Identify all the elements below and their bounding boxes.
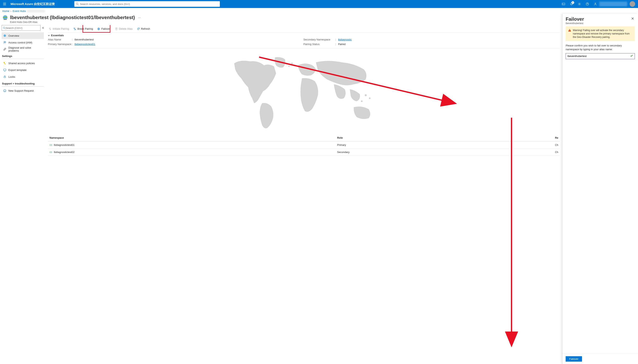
failover-submit-button[interactable]: Failover [566,356,582,362]
globe-sync-icon [97,28,100,30]
svg-point-5 [595,3,596,4]
key-icon [3,62,7,65]
more-icon[interactable]: ⋯ [137,16,142,19]
sidebar-item-iam[interactable]: Access control (IAM) [2,39,44,46]
essentials-secondary-link[interactable]: lbdiagnostic [338,38,560,41]
globe-icon [3,15,8,20]
svg-point-19 [369,98,371,99]
trash-icon [115,28,118,30]
breadcrumb: Home › Event Hubs [0,8,638,14]
svg-rect-14 [4,69,6,71]
initiate-pairing-button: Initiate Pairing [48,26,70,31]
svg-point-18 [365,94,367,96]
warning-text: Warning! Failing over will activate the … [573,29,632,39]
global-search[interactable] [74,1,220,7]
namespace-icon [50,151,52,154]
break-pairing-button[interactable]: Break Pairing [73,26,94,31]
sidebar-item-label: Overview [8,34,19,37]
sidebar-item-label: Access control (IAM) [8,41,32,44]
svg-point-21 [291,62,293,64]
chevron-down-icon [48,34,50,36]
breadcrumb-redacted [27,10,45,12]
wrench-icon [3,48,7,51]
sidebar-item-export-template[interactable]: Export template [2,66,44,73]
page-title: lbeventhubertest (lbdiagnostictest01/lbe… [10,15,135,20]
panel-title: Failover [566,16,584,22]
warning-icon [568,29,571,39]
sidebar-item-diagnose[interactable]: Diagnose and solve problems [2,46,44,52]
check-icon [630,54,633,58]
svg-rect-2 [562,3,565,5]
main-content: Initiate Pairing Break Pairing Failover … [46,25,562,364]
breadcrumb-eventhubs[interactable]: Event Hubs [13,10,26,12]
table-row[interactable]: lbdiagnostictest02 Secondary Ch [48,149,560,156]
sidebar-item-shared-access-policies[interactable]: Shared access policies [2,60,44,66]
essentials-toggle[interactable]: Essentials [48,34,560,37]
sidebar: Overview Access control (IAM) Diagnose a… [0,25,46,364]
world-map [48,52,560,131]
feedback-icon[interactable] [591,0,599,8]
breadcrumb-home[interactable]: Home [3,10,9,12]
sidebar-search-input[interactable] [6,26,39,30]
table-header-namespace[interactable]: Namespace [48,134,335,142]
essentials-secondary-label: Secondary Namespace [303,38,335,41]
avatar[interactable] [628,0,636,8]
essentials-primary-link[interactable]: lbdiagnostictest01 [75,43,303,46]
brand-label[interactable]: Microsoft Azure 由世纪互联运营 [9,2,57,6]
table-header-role[interactable]: Role [335,134,494,142]
table-row[interactable]: lbdiagnostictest01 Primary Ch [48,142,560,149]
sidebar-item-label: Export template [8,68,27,72]
delete-alias-button: Delete Alias [114,26,134,31]
top-header: Microsoft Azure 由世纪互联运营 1 [0,0,638,8]
refresh-button[interactable]: Refresh [136,26,151,31]
svg-point-20 [361,100,363,102]
account-info[interactable] [599,2,627,6]
sidebar-item-new-support-request[interactable]: New Support Request [2,87,44,94]
link-icon [49,28,52,30]
table-header-region[interactable]: Re [494,134,560,142]
svg-line-9 [5,28,6,29]
collapse-sidebar-icon[interactable] [42,26,44,30]
essentials-alias-value: lbeventhubertest [75,38,303,41]
sidebar-item-label: New Support Request [8,89,34,92]
failover-panel: Failover lbeventhubertest Warning! Faili… [562,14,638,364]
svg-rect-15 [4,76,6,78]
essentials-primary-label: Primary Namespace [48,43,72,46]
confirm-input-wrap[interactable] [566,53,635,59]
help-icon[interactable] [583,0,591,8]
people-icon [3,41,7,44]
sidebar-item-overview[interactable]: Overview [2,32,44,39]
notifications-icon[interactable]: 1 [567,0,575,8]
panel-subtitle: lbeventhubertest [566,22,584,25]
svg-line-1 [78,4,79,5]
search-icon [3,27,6,29]
essentials-pairing-value: Paired [338,43,560,46]
cloud-shell-icon[interactable] [559,0,567,8]
lock-icon [3,75,7,78]
sidebar-item-locks[interactable]: Locks [2,73,44,80]
essentials-pairing-label: Pairing Status [303,43,335,46]
sidebar-section-settings: Settings [2,54,44,58]
notification-badge: 1 [571,1,574,4]
sidebar-section-support: Support + troubleshooting [2,82,44,85]
svg-rect-7 [4,19,7,20]
confirm-alias-input[interactable] [567,54,630,58]
svg-point-8 [3,27,5,28]
svg-point-0 [76,3,78,4]
svg-point-3 [579,4,580,4]
search-icon [76,2,79,6]
failover-button[interactable]: Failover [97,26,111,31]
namespace-table: Namespace Role Re lbdiagnostictest01 Pri… [48,134,560,156]
export-icon [3,68,7,72]
sidebar-search[interactable] [2,25,41,31]
sidebar-item-label: Diagnose and solve problems [8,46,42,52]
global-search-input[interactable] [80,2,218,6]
sidebar-item-label: Locks [8,75,15,78]
settings-icon[interactable] [575,0,583,8]
svg-point-11 [4,42,5,42]
hamburger-menu-icon[interactable] [0,2,9,6]
svg-point-12 [5,42,6,42]
support-icon [3,89,7,92]
refresh-icon [137,28,140,30]
close-panel-button[interactable] [630,16,635,21]
